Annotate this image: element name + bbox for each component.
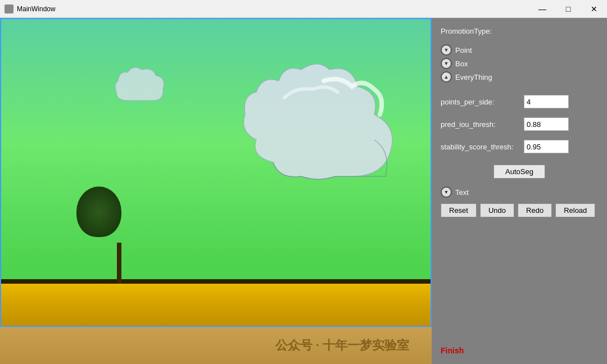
fields-section: points_per_side: pred_iou_thresh: stabil…	[441, 95, 598, 157]
field-row-points-per-side: points_per_side:	[441, 95, 598, 108]
image-canvas[interactable]	[0, 18, 432, 327]
window-controls: — □ ✕	[529, 0, 607, 18]
radio-everything-icon	[441, 71, 452, 83]
stability-score-input[interactable]	[524, 140, 569, 153]
action-buttons-row: Reset Undo Redo Reload	[441, 203, 598, 217]
tree-canopy	[76, 186, 121, 237]
option-box[interactable]: Box	[441, 58, 598, 69]
main-layout: 公众号 · 十年一梦实验室 PromotionType: Point Box E…	[0, 18, 607, 364]
image-area: 公众号 · 十年一梦实验室	[0, 18, 432, 364]
option-everything-label: EveryThing	[455, 73, 492, 81]
ground-field	[1, 284, 431, 326]
radio-point-icon	[441, 44, 452, 56]
redo-button[interactable]: Redo	[518, 203, 552, 217]
promotion-type-options: Point Box EveryThing	[441, 44, 598, 85]
option-box-label: Box	[455, 60, 468, 68]
option-everything[interactable]: EveryThing	[441, 71, 598, 83]
tree	[97, 192, 142, 288]
option-point[interactable]: Point	[441, 44, 598, 56]
undo-button[interactable]: Undo	[480, 203, 514, 217]
title-bar: MainWindow — □ ✕	[0, 0, 607, 18]
stability-score-label: stability_score_thresh:	[441, 143, 519, 151]
watermark-bar: 公众号 · 十年一梦实验室	[0, 327, 432, 364]
pred-iou-thresh-label: pred_iou_thresh:	[441, 120, 519, 129]
radio-box-icon	[441, 58, 452, 69]
pred-iou-thresh-input[interactable]	[524, 117, 569, 131]
text-label: Text	[455, 188, 469, 197]
maximize-button[interactable]: □	[555, 0, 581, 18]
autoseg-button[interactable]: AutoSeg	[493, 165, 545, 179]
finish-label: Finish	[441, 346, 598, 355]
text-row: Text	[441, 186, 598, 198]
reload-button[interactable]: Reload	[555, 203, 595, 217]
points-per-side-label: points_per_side:	[441, 98, 519, 106]
field-row-stability: stability_score_thresh:	[441, 140, 598, 153]
points-per-side-input[interactable]	[524, 95, 569, 108]
cloud-main	[239, 53, 397, 199]
window-title: MainWindow	[17, 5, 56, 13]
ground-top	[1, 279, 431, 284]
option-point-label: Point	[455, 46, 472, 54]
right-panel: PromotionType: Point Box EveryThing poin…	[432, 18, 607, 364]
field-row-pred-iou: pred_iou_thresh:	[441, 117, 598, 131]
autoseg-row: AutoSeg	[441, 165, 598, 179]
tree-trunk	[117, 243, 121, 288]
scene-background	[1, 19, 431, 326]
close-button[interactable]: ✕	[581, 0, 607, 18]
minimize-button[interactable]: —	[529, 0, 555, 18]
reset-button[interactable]: Reset	[441, 203, 477, 217]
radio-text-icon	[441, 186, 452, 198]
cloud-small	[114, 64, 170, 109]
app-icon	[4, 4, 13, 13]
promotion-type-label: PromotionType:	[441, 27, 598, 35]
watermark-text: 公众号 · 十年一梦实验室	[275, 337, 409, 354]
